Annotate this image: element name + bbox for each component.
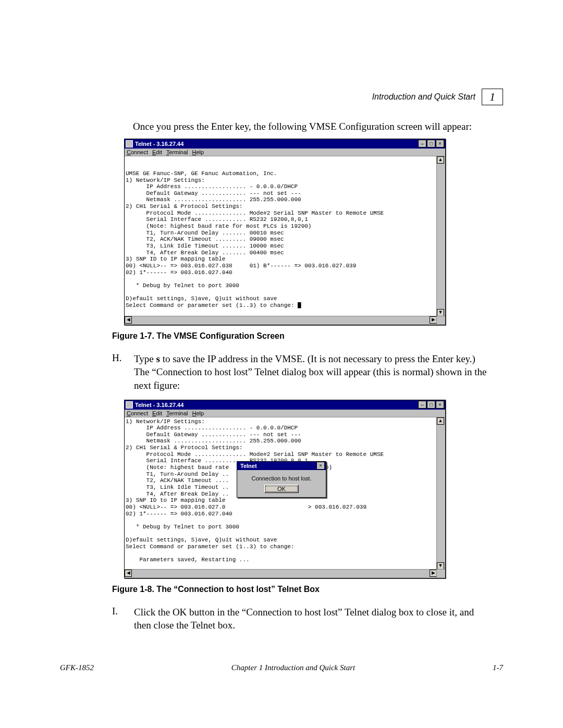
menu-terminal-rest: erminal (169, 149, 188, 155)
page-header: Introduction and Quick Start 1 (60, 89, 503, 105)
terminal-area: UMSE GE Fanuc-SNP, GE Fanuc Automation, … (125, 156, 445, 325)
step-h-p2: to save the IP address in the VMSE. (It … (134, 353, 486, 391)
menu-help-rest: elp (196, 149, 204, 155)
figure-1-7-caption: Figure 1-7. The VMSE Configuration Scree… (112, 331, 503, 341)
figure-1-8-caption: Figure 1-8. The “Connection to host lost… (112, 585, 503, 594)
intro-paragraph: Once you press the Enter key, the follow… (133, 120, 493, 133)
page: Introduction and Quick Start 1 Once you … (0, 0, 563, 714)
scroll-right-icon[interactable]: ▶ (430, 316, 437, 324)
page-footer: GFK-1852 Chapter 1 Introduction and Quic… (60, 663, 503, 672)
terminal-text: UMSE GE Fanuc-SNP, GE Fanuc Automation, … (126, 157, 445, 309)
app-icon (126, 401, 133, 409)
resize-grip[interactable] (436, 569, 445, 578)
window-title: Telnet - 3.16.27.44 (135, 141, 418, 147)
dialog-titlebar: Telnet × (237, 462, 326, 470)
horizontal-scrollbar[interactable]: ◀ ▶ (125, 569, 437, 578)
telnet-window-1: Telnet - 3.16.27.44 – □ × Connect Edit T… (124, 139, 446, 325)
menubar: Connect Edit Terminal Help (125, 410, 445, 417)
titlebar: Telnet - 3.16.27.44 – □ × (125, 139, 445, 149)
footer-doc-id: GFK-1852 (60, 663, 94, 672)
window-title: Telnet - 3.16.27.44 (135, 402, 418, 408)
menu-connect-rest: onnect (131, 149, 148, 155)
menu-help[interactable]: Help (192, 149, 204, 155)
resize-grip[interactable] (436, 316, 445, 325)
step-h-p1: Type (134, 353, 156, 364)
dialog-message: Connection to host lost. (240, 475, 323, 482)
minimize-button[interactable]: – (418, 140, 426, 147)
scroll-down-icon[interactable]: ▼ (437, 562, 444, 570)
step-h: H. Type s to save the IP address in the … (112, 352, 493, 392)
step-h-marker: H. (112, 352, 125, 392)
menu-help[interactable]: Help (192, 410, 204, 416)
step-h-body: Type s to save the IP address in the VMS… (134, 352, 493, 392)
close-button[interactable]: × (436, 401, 444, 409)
footer-chapter: Chapter 1 Introduction and Quick Start (231, 663, 355, 672)
minimize-button[interactable]: – (418, 401, 426, 409)
scroll-up-icon[interactable]: ▲ (437, 156, 444, 164)
scroll-left-icon[interactable]: ◀ (125, 316, 132, 324)
scroll-right-icon[interactable]: ▶ (430, 570, 437, 577)
menu-connect[interactable]: Connect (127, 149, 148, 155)
scroll-up-icon[interactable]: ▲ (437, 417, 444, 425)
app-icon (126, 140, 133, 147)
close-button[interactable]: × (436, 140, 444, 147)
menu-edit-rest: dit (156, 149, 162, 155)
step-h-bold: s (156, 353, 160, 364)
step-i-body: Click the OK button in the “Connection t… (134, 606, 493, 632)
menu-terminal[interactable]: Terminal (166, 149, 188, 155)
terminal-area: 1) Network/IP Settings: IP Address .....… (125, 417, 445, 578)
menu-terminal[interactable]: Terminal (166, 410, 188, 416)
horizontal-scrollbar[interactable]: ◀ ▶ (125, 316, 437, 325)
footer-page-number: 1-7 (493, 663, 503, 672)
maximize-button[interactable]: □ (427, 401, 435, 409)
connection-lost-dialog: Telnet × Connection to host lost. OK (237, 461, 326, 498)
step-i-marker: I. (112, 606, 125, 632)
vertical-scrollbar[interactable]: ▲ ▼ (436, 417, 445, 570)
menu-edit[interactable]: Edit (152, 410, 162, 416)
scroll-left-icon[interactable]: ◀ (125, 570, 132, 577)
dialog-body: Connection to host lost. OK (237, 470, 326, 497)
menu-edit[interactable]: Edit (152, 149, 162, 155)
section-title: Introduction and Quick Start (372, 92, 475, 102)
menubar: Connect Edit Terminal Help (125, 149, 445, 156)
maximize-button[interactable]: □ (427, 140, 435, 147)
scroll-down-icon[interactable]: ▼ (437, 309, 444, 316)
dialog-title: Telnet (238, 463, 316, 469)
titlebar: Telnet - 3.16.27.44 – □ × (125, 400, 445, 410)
menu-connect[interactable]: Connect (127, 410, 148, 416)
chapter-number-box: 1 (482, 89, 503, 105)
vertical-scrollbar[interactable]: ▲ ▼ (436, 156, 445, 316)
dialog-close-button[interactable]: × (316, 462, 325, 470)
ok-button[interactable]: OK (264, 485, 299, 493)
telnet-window-2: Telnet - 3.16.27.44 – □ × Connect Edit T… (124, 400, 446, 578)
step-i: I. Click the OK button in the “Connectio… (112, 606, 493, 632)
